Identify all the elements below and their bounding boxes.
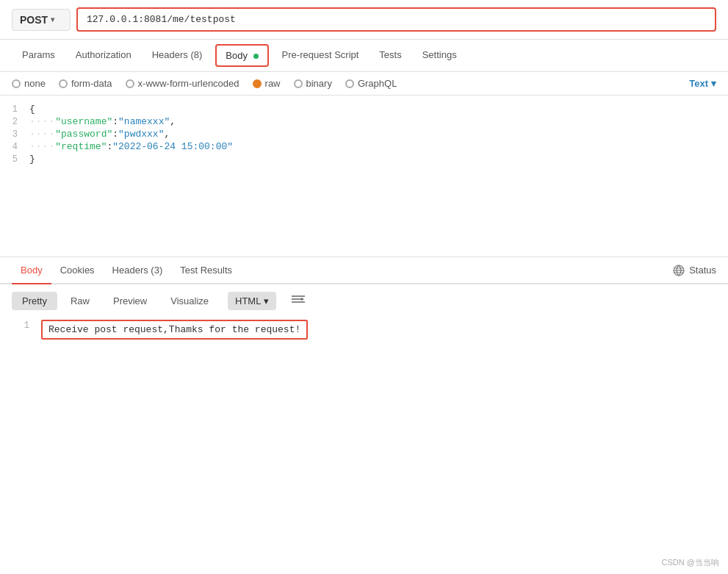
code-editor[interactable]: 1 { 2 ····"username":"namexxx", 3 ····"p…	[0, 96, 728, 257]
line-num-5: 5	[0, 154, 29, 165]
tab-authorization[interactable]: Authorization	[65, 40, 142, 71]
url-bar: POST ▾	[0, 0, 728, 40]
option-raw[interactable]: raw	[253, 78, 281, 89]
body-dot	[253, 54, 259, 59]
line-num-1: 1	[0, 104, 29, 115]
code-line-5: 5 }	[0, 153, 728, 165]
lower-tab-headers[interactable]: Headers (3)	[104, 257, 172, 284]
view-tabs: Pretty Raw Preview Visualize HTML ▾	[0, 284, 728, 317]
radio-binary	[294, 79, 303, 88]
tab-tests[interactable]: Tests	[369, 40, 411, 71]
tab-settings[interactable]: Settings	[412, 40, 467, 71]
response-content: Receive post request,Thamks for the requ…	[41, 320, 308, 340]
radio-none	[12, 79, 21, 88]
body-options: none form-data x-www-form-urlencoded raw…	[0, 72, 728, 96]
line-content-5: }	[29, 154, 35, 165]
method-chevron: ▾	[51, 15, 54, 24]
text-type-selector[interactable]: Text ▾	[689, 78, 716, 89]
radio-form-data	[59, 79, 68, 88]
lower-panel: Body Cookies Headers (3) Test Results St…	[0, 257, 728, 342]
line-num-3: 3	[0, 129, 29, 140]
wrap-icon	[291, 293, 306, 305]
tab-body[interactable]: Body	[215, 44, 268, 67]
option-binary[interactable]: binary	[294, 78, 332, 89]
option-urlencoded[interactable]: x-www-form-urlencoded	[126, 78, 239, 89]
line-num-4: 4	[0, 141, 29, 152]
lower-tabs: Body Cookies Headers (3) Test Results St…	[0, 257, 728, 284]
radio-raw	[253, 79, 262, 88]
tab-params[interactable]: Params	[12, 40, 65, 71]
view-tab-raw[interactable]: Raw	[60, 292, 100, 310]
view-tab-pretty[interactable]: Pretty	[12, 292, 57, 310]
format-label: HTML	[235, 295, 261, 306]
code-line-1: 1 {	[0, 103, 728, 115]
lower-tab-cookies[interactable]: Cookies	[51, 257, 104, 284]
line-content-4: ····"reqtime":"2022-06-24 15:00:00"	[29, 141, 233, 152]
radio-graphql	[345, 79, 354, 88]
lower-tab-body[interactable]: Body	[12, 257, 51, 284]
line-content-2: ····"username":"namexxx",	[29, 116, 176, 127]
code-line-4: 4 ····"reqtime":"2022-06-24 15:00:00"	[0, 140, 728, 153]
option-form-data[interactable]: form-data	[59, 78, 112, 89]
lower-tab-right: Status	[673, 265, 716, 276]
url-input[interactable]	[76, 7, 716, 32]
method-select[interactable]: POST ▾	[12, 9, 71, 31]
option-graphql[interactable]: GraphQL	[345, 78, 397, 89]
tab-headers[interactable]: Headers (8)	[142, 40, 213, 71]
globe-icon	[673, 265, 685, 276]
line-content-1: {	[29, 104, 35, 115]
text-type-chevron: ▾	[711, 78, 716, 89]
method-label: POST	[20, 14, 48, 26]
view-tab-visualize[interactable]: Visualize	[160, 292, 219, 310]
tab-prerequest[interactable]: Pre-request Script	[272, 40, 370, 71]
view-tab-preview[interactable]: Preview	[103, 292, 157, 310]
lower-tab-test-results[interactable]: Test Results	[171, 257, 241, 284]
text-type-label: Text	[689, 78, 708, 89]
status-label: Status	[689, 265, 716, 276]
response-line: 1 Receive post request,Thamks for the re…	[0, 317, 728, 342]
line-content-3: ····"password":"pwdxxx",	[29, 129, 170, 140]
response-line-num: 1	[12, 320, 41, 340]
wrap-button[interactable]	[285, 290, 311, 311]
line-num-2: 2	[0, 116, 29, 127]
format-chevron: ▾	[264, 295, 269, 306]
main-tabs: Params Authorization Headers (8) Body Pr…	[0, 40, 728, 72]
code-line-3: 3 ····"password":"pwdxxx",	[0, 128, 728, 140]
code-line-2: 2 ····"username":"namexxx",	[0, 115, 728, 128]
option-none[interactable]: none	[12, 78, 46, 89]
format-select[interactable]: HTML ▾	[228, 292, 276, 310]
radio-urlencoded	[126, 79, 134, 88]
